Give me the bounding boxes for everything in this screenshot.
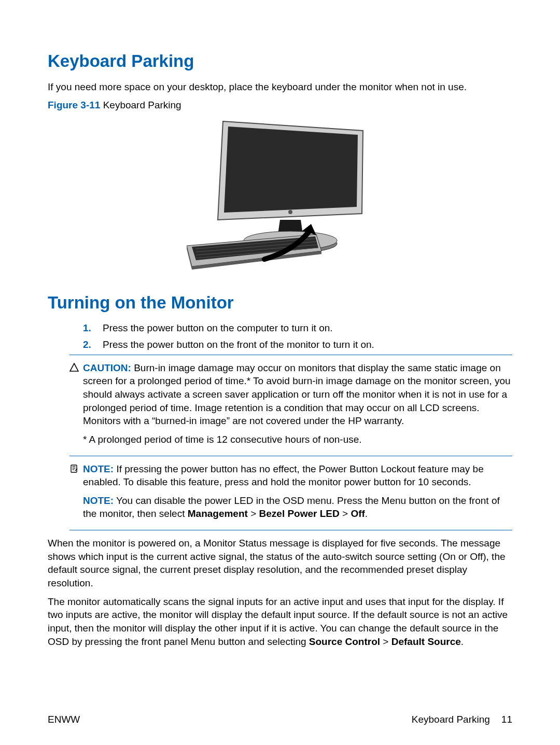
caution-callout: CAUTION: Burn-in image damage may occur … [69,361,512,452]
sep: > [248,508,259,519]
svg-rect-16 [71,465,77,472]
footer-page-number: 11 [501,713,512,726]
figure-title: Keyboard Parking [100,100,181,110]
footer-section-label: Keyboard Parking [412,713,490,726]
page-footer: ENWW Keyboard Parking 11 [48,713,512,726]
figure-caption: Figure 3-11 Keyboard Parking [48,99,512,112]
divider [69,456,512,456]
step-text: Press the power button on the front of t… [103,338,374,352]
step-text: Press the power button on the computer t… [103,321,333,335]
figure-image [48,116,512,277]
note-label: NOTE: [83,463,114,474]
svg-marker-15 [70,363,78,371]
menu-bezel-power-led: Bezel Power LED [259,508,340,519]
note-text: If pressing the power button has no effe… [83,463,484,488]
step-number: 1. [83,321,92,335]
svg-point-2 [288,210,292,214]
figure-number: Figure 3-11 [48,100,100,110]
note-body: NOTE: If pressing the power button has n… [83,462,512,526]
period: . [365,508,368,519]
step-number: 2. [83,338,92,352]
menu-management: Management [188,508,248,519]
svg-marker-1 [224,126,358,213]
body-para: When the monitor is powered on, a Monito… [48,537,512,590]
monitor-keyboard-illustration-icon [187,116,373,277]
heading-keyboard-parking: Keyboard Parking [48,50,512,73]
caution-body: CAUTION: Burn-in image damage may occur … [83,361,512,452]
menu-source-control: Source Control [309,636,380,647]
ordered-steps: 1. Press the power button on the compute… [83,321,512,351]
caution-footnote: * A prolonged period of time is 12 conse… [83,433,512,446]
caution-text: Burn-in image damage may occur on monito… [83,362,511,427]
note-label: NOTE: [83,495,114,506]
caution-label: CAUTION: [83,362,131,373]
menu-off: Off [351,508,365,519]
divider [69,530,512,530]
divider [69,355,512,355]
sep: > [340,508,351,519]
period: . [461,636,464,647]
caution-icon [69,362,80,376]
footer-left: ENWW [48,713,80,726]
intro-para: If you need more space on your desktop, … [48,80,512,94]
body-para: The monitor automatically scans the sign… [48,595,512,649]
note-icon [69,463,80,477]
heading-turning-on-monitor: Turning on the Monitor [48,291,512,315]
note-callout: NOTE: If pressing the power button has n… [69,462,512,526]
menu-default-source: Default Source [391,636,461,647]
step-row: 2. Press the power button on the front o… [83,338,512,352]
step-row: 1. Press the power button on the compute… [83,321,512,335]
sep: > [380,636,391,647]
